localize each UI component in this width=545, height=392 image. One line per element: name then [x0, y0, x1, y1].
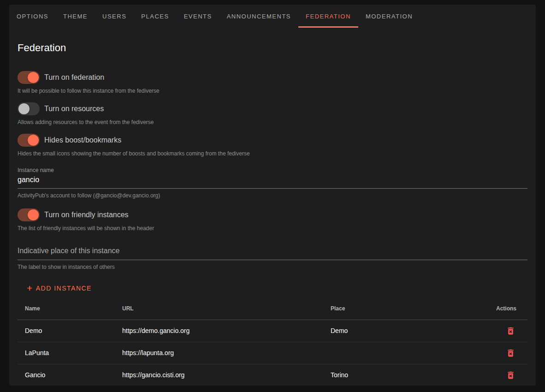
toggle-thumb [28, 135, 39, 146]
cell-name: LaPunta [18, 342, 115, 364]
tab-places[interactable]: PLACES [134, 5, 176, 28]
column-header-place: Place [323, 297, 485, 320]
tab-theme[interactable]: THEME [56, 5, 95, 28]
cell-url: https://lapunta.org [115, 342, 323, 364]
table-row: Demo https://demo.gancio.org Demo [18, 320, 527, 342]
table-row: Gancio https://gancio.cisti.org Torino [18, 364, 527, 386]
tab-moderation[interactable]: MODERATION [358, 5, 420, 28]
cell-name: Gancio [18, 364, 115, 386]
delete-instance-button[interactable] [505, 347, 516, 359]
setting-hides-boost-bookmarks: Hides boost/bookmarks Hides the small ic… [18, 134, 527, 157]
delete-forever-icon [506, 348, 515, 358]
hide-boost-toggle-hint: Hides the small icons showing the number… [18, 150, 527, 157]
cell-place: Demo [323, 320, 485, 342]
tab-federation[interactable]: FEDERATION [298, 5, 358, 28]
cell-name: Demo [18, 320, 115, 342]
admin-panel: OPTIONS THEME USERS PLACES EVENTS ANNOUN… [9, 5, 536, 386]
instance-place-hint: The label to show in instances of others [18, 264, 527, 270]
add-instance-button[interactable]: + ADD INSTANCE [21, 282, 97, 295]
delete-forever-icon [506, 326, 515, 336]
toggle-thumb [18, 103, 30, 114]
column-header-name: Name [18, 297, 115, 320]
hide-boost-toggle-label[interactable]: Hides boost/bookmarks [44, 136, 121, 144]
delete-forever-icon [506, 370, 515, 380]
instance-name-input[interactable] [18, 173, 527, 189]
resources-toggle[interactable] [18, 102, 40, 115]
instance-place-input[interactable] [18, 246, 527, 260]
resources-toggle-hint: Allows adding resources to the event fro… [18, 119, 527, 125]
delete-instance-button[interactable] [505, 325, 516, 337]
column-header-actions: Actions [485, 297, 527, 320]
tab-events[interactable]: EVENTS [177, 5, 219, 28]
toggle-thumb [28, 72, 39, 83]
add-instance-button-label: ADD INSTANCE [36, 285, 92, 292]
friendly-instances-table: Name URL Place Actions Demo https://demo… [18, 297, 527, 386]
admin-tab-bar: OPTIONS THEME USERS PLACES EVENTS ANNOUN… [9, 5, 536, 28]
federation-toggle[interactable] [18, 71, 40, 84]
friendly-instances-toggle-label[interactable]: Turn on friendly instances [44, 211, 129, 219]
table-header-row: Name URL Place Actions [18, 297, 527, 320]
cell-place: Torino [323, 364, 485, 386]
page-title: Federation [18, 42, 527, 54]
cell-url: https://gancio.cisti.org [115, 364, 323, 386]
tab-users[interactable]: USERS [95, 5, 134, 28]
plus-icon: + [27, 283, 33, 293]
instance-name-hint: ActivityPub's account to follow (@gancio… [18, 192, 527, 199]
cell-url: https://demo.gancio.org [115, 320, 323, 342]
tab-announcements[interactable]: ANNOUNCEMENTS [219, 5, 298, 28]
setting-turn-on-resources: Turn on resources Allows adding resource… [18, 102, 527, 125]
federation-settings: Federation Turn on federation It will be… [9, 42, 536, 386]
delete-instance-button[interactable] [505, 369, 516, 381]
instance-place-field: The label to show in instances of others [18, 246, 527, 270]
toggle-thumb [28, 209, 39, 220]
column-header-url: URL [115, 297, 323, 320]
tab-options[interactable]: OPTIONS [9, 5, 56, 28]
federation-toggle-hint: It will be possible to follow this insta… [18, 88, 527, 94]
cell-place [323, 342, 485, 364]
instance-name-label: Instance name [18, 167, 527, 173]
table-row: LaPunta https://lapunta.org [18, 342, 527, 364]
federation-toggle-label[interactable]: Turn on federation [44, 73, 104, 82]
setting-turn-on-federation: Turn on federation It will be possible t… [18, 71, 527, 94]
hide-boost-toggle[interactable] [18, 134, 40, 147]
friendly-instances-toggle-hint: The list of friendly instances will be s… [18, 225, 527, 232]
resources-toggle-label[interactable]: Turn on resources [44, 105, 104, 113]
friendly-instances-toggle[interactable] [18, 208, 40, 221]
setting-friendly-instances: Turn on friendly instances The list of f… [18, 208, 527, 232]
instance-name-field: Instance name ActivityPub's account to f… [18, 167, 527, 199]
